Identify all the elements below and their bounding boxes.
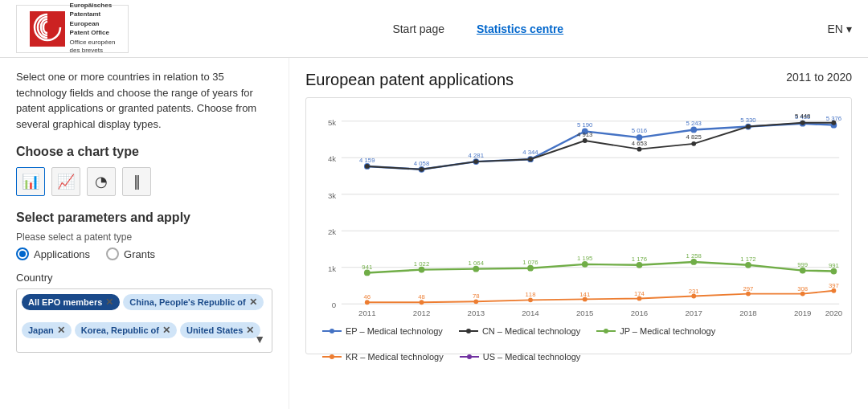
svg-text:2015: 2015: [576, 309, 593, 317]
svg-text:5 448: 5 448: [795, 112, 810, 120]
svg-text:4 058: 4 058: [414, 160, 429, 167]
svg-point-51: [800, 121, 805, 125]
svg-text:4k: 4k: [328, 154, 336, 163]
kr-line: [367, 291, 834, 303]
country-tags-container: All EPO members ✕ China, People's Republ…: [16, 288, 272, 353]
left-panel: Select one or more countries in relation…: [0, 58, 289, 409]
svg-text:141: 141: [579, 291, 590, 298]
tag-korea-remove[interactable]: ✕: [162, 325, 170, 336]
svg-point-47: [583, 138, 588, 143]
tag-all-epo: All EPO members ✕: [22, 294, 120, 310]
cn-line: [367, 123, 834, 170]
tag-china-remove[interactable]: ✕: [249, 297, 257, 308]
svg-point-46: [528, 157, 533, 162]
line-chart-icon: 📈: [57, 173, 75, 190]
chart-header: European patent applications 2011 to 202…: [305, 71, 852, 89]
radio-group: Applications Grants: [16, 247, 272, 260]
line-chart-button[interactable]: 📈: [51, 167, 80, 196]
svg-point-29: [690, 127, 697, 133]
svg-point-50: [746, 125, 751, 129]
epo-logo: Europäisches Patentamt European Patent O…: [16, 5, 129, 53]
tag-japan: Japan ✕: [22, 322, 72, 338]
chart-range: 2011 to 2020: [786, 71, 852, 84]
nav-links: Start page Statistics centre: [392, 22, 563, 35]
svg-text:991: 991: [829, 262, 839, 269]
pie-chart-button[interactable]: ◔: [87, 167, 116, 196]
svg-text:78: 78: [473, 292, 480, 300]
language-selector[interactable]: EN ▾: [828, 22, 852, 35]
logo-text: Europäisches Patentamt European Patent O…: [70, 2, 116, 55]
svg-text:5 243: 5 243: [686, 120, 702, 127]
svg-text:118: 118: [526, 291, 536, 298]
country-label: Country: [16, 272, 272, 284]
start-page-link[interactable]: Start page: [392, 22, 444, 35]
svg-text:4 281: 4 281: [469, 152, 484, 159]
language-label: EN: [828, 22, 843, 35]
legend-kr: KR – Medical technology: [322, 352, 444, 362]
header: Europäisches Patentamt European Patent O…: [0, 0, 868, 58]
svg-point-52: [831, 121, 836, 125]
svg-text:941: 941: [362, 264, 372, 271]
svg-point-57: [364, 270, 371, 276]
tag-japan-remove[interactable]: ✕: [57, 325, 65, 336]
svg-text:2017: 2017: [685, 309, 702, 317]
svg-text:1 176: 1 176: [632, 256, 647, 263]
svg-text:1 076: 1 076: [522, 259, 538, 266]
tag-all-epo-remove[interactable]: ✕: [105, 297, 113, 308]
svg-text:5 330: 5 330: [740, 117, 755, 124]
svg-text:1 172: 1 172: [740, 256, 755, 263]
grants-radio[interactable]: Grants: [106, 247, 155, 260]
statistics-centre-link[interactable]: Statistics centre: [477, 22, 563, 35]
svg-text:2012: 2012: [413, 309, 430, 317]
svg-point-64: [745, 262, 751, 268]
svg-point-59: [473, 266, 479, 272]
tag-korea: Korea, Republic of ✕: [75, 322, 177, 338]
svg-text:5 016: 5 016: [632, 127, 647, 134]
svg-text:2k: 2k: [328, 227, 336, 236]
svg-text:297: 297: [743, 285, 753, 292]
svg-text:999: 999: [797, 261, 808, 268]
bar-chart-button[interactable]: 📊: [16, 167, 45, 196]
ep-line: [367, 124, 834, 170]
svg-point-98: [330, 329, 334, 333]
svg-point-61: [582, 261, 588, 268]
epo-logo-icon: [30, 11, 65, 47]
patent-type-label: Please select a patent type: [16, 231, 272, 243]
tag-china: China, People's Republic of ✕: [123, 294, 263, 310]
chart-type-icons: 📊 📈 ◔ ‖: [16, 167, 272, 196]
svg-text:174: 174: [634, 290, 645, 297]
svg-point-44: [420, 167, 424, 172]
chart-legend: EP – Medical technology CN – Medical tec…: [314, 326, 843, 362]
svg-text:231: 231: [689, 288, 699, 295]
grants-radio-circle: [106, 247, 119, 260]
svg-point-65: [800, 268, 806, 274]
svg-text:5 190: 5 190: [577, 121, 592, 129]
svg-text:4 159: 4 159: [359, 157, 375, 164]
legend-us-label: US – Medical technology: [483, 352, 581, 362]
country-dropdown-arrow[interactable]: ▼: [254, 333, 265, 346]
grouped-bar-button[interactable]: ‖: [122, 167, 151, 196]
applications-radio[interactable]: Applications: [16, 247, 90, 260]
chart-type-title: Choose a chart type: [16, 145, 272, 159]
svg-point-48: [637, 147, 642, 152]
applications-radio-circle: [16, 247, 29, 260]
right-panel: European patent applications 2011 to 202…: [289, 58, 868, 409]
tag-us-remove[interactable]: ✕: [246, 325, 254, 336]
main-content: Select one or more countries in relation…: [0, 58, 868, 409]
legend-cn: CN – Medical technology: [459, 326, 580, 336]
svg-text:4 653: 4 653: [632, 140, 647, 147]
svg-point-60: [527, 265, 534, 272]
svg-text:1 258: 1 258: [686, 252, 702, 260]
svg-text:5k: 5k: [328, 118, 336, 127]
logo-area: Europäisches Patentamt European Patent O…: [16, 5, 129, 53]
grouped-bar-icon: ‖: [133, 173, 141, 190]
svg-point-43: [365, 164, 370, 169]
pie-chart-icon: ◔: [95, 173, 108, 190]
svg-text:2013: 2013: [468, 309, 485, 317]
svg-text:2016: 2016: [631, 309, 648, 317]
svg-text:397: 397: [829, 282, 839, 289]
svg-text:1 064: 1 064: [469, 260, 485, 267]
svg-point-102: [604, 329, 608, 333]
svg-point-45: [473, 159, 478, 164]
legend-jp: JP – Medical technology: [596, 326, 715, 336]
